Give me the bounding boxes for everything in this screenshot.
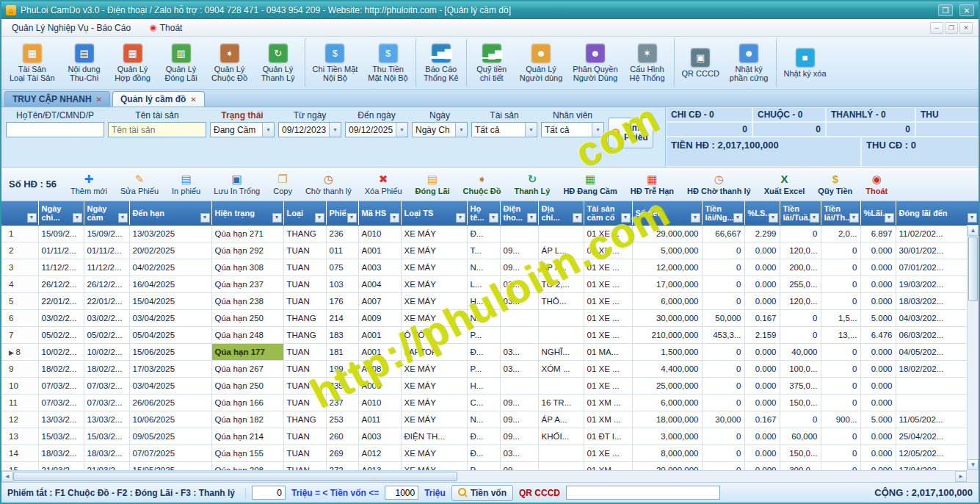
edit-ticket-button[interactable]: Sửa Phiếu [114,171,165,197]
cell-phieu[interactable]: 199 [326,360,358,377]
cell-loai[interactable]: TUAN [283,428,326,444]
cell-tien-lai-tuan[interactable]: 100,0... [780,360,821,377]
cell-hien-trang[interactable]: Qúa hạn 267 [211,360,283,377]
menu-business-reports[interactable]: Quản Lý Nghiệp Vụ - Báo Cáo [7,21,135,35]
cell-tien-lai-tuan[interactable]: 150,0... [780,394,821,411]
cell-pct-ls[interactable]: 2.299 [744,225,780,242]
cell-hien-trang[interactable]: Qúa hạn 308 [211,259,283,276]
cell-row-number[interactable]: 3 [1,259,38,276]
cell-dien-thoai[interactable]: 09... [500,394,538,411]
cell-dien-thoai[interactable]: 09... [500,242,538,259]
cell-pct-lai[interactable]: 6.476 [860,326,896,343]
cell-dien-thoai[interactable]: 09... [500,259,538,276]
cell-phieu[interactable]: 214 [326,309,358,326]
calendar-dropdown-icon[interactable]: ▼ [396,123,407,137]
cell-tai-san[interactable]: 01 XE ... [584,225,632,242]
calendar-dropdown-icon[interactable]: ▼ [329,123,341,137]
cell-hien-trang[interactable]: Qúa hạn 237 [211,276,283,292]
cell-so-tien[interactable]: 29,000,000 [632,225,702,242]
cell-tien-lai-ngay[interactable]: 0 [702,292,744,309]
cell-tien-lai-thang[interactable]: 0 [821,428,860,444]
cell-ma-hs[interactable]: A001 [358,326,401,343]
column-header[interactable]: Tài sản cầm cố ▼ [584,201,632,225]
column-header[interactable]: Điện tho... ▼ [500,201,538,225]
cell-ngay-chi[interactable]: 05/02/2... [38,326,84,343]
cell-loai-ts[interactable]: LAPTOP [401,343,467,360]
cell-row-number[interactable]: 13 [1,428,38,444]
liquidate-button[interactable]: Thanh Lý [508,171,557,197]
cell-pct-ls[interactable]: 0.167 [744,309,780,326]
horizontal-scrollbar[interactable]: ◄ ► [1,470,967,482]
filter-funnel-icon[interactable]: ▼ [527,213,537,223]
cell-ma-hs[interactable]: A011 [358,411,401,428]
cell-loai[interactable]: TUAN [283,242,326,259]
cell-dien-thoai[interactable]: 03... [500,276,538,292]
cell-row-number[interactable]: 1 [1,225,38,242]
cell-pct-lai[interactable]: 5.000 [860,411,896,428]
cell-tai-san[interactable]: 01 XE ... [584,360,632,377]
cell-tien-lai-thang[interactable]: 0 [821,343,860,360]
menu-exit[interactable]: ◉ Thoát [145,21,186,35]
filter-funnel-icon[interactable]: ▼ [27,213,37,223]
cell-loai-ts[interactable]: XE MÁY [401,394,467,411]
cell-hien-trang[interactable]: Qúa hạn 238 [211,292,283,309]
cell-dien-thoai[interactable]: 03... [500,343,538,360]
cell-ma-hs[interactable]: A004 [358,276,401,292]
cell-dia-chi[interactable] [538,309,584,326]
cell-loai-ts[interactable]: XE MÁY [401,276,467,292]
filter-funnel-icon[interactable]: ▼ [73,213,82,223]
cell-pct-lai[interactable]: 6.897 [860,225,896,242]
cell-dien-thoai[interactable]: 03... [500,292,538,309]
cell-hien-trang[interactable]: Qúa hạn 271 [211,225,283,242]
column-header[interactable]: Đóng lãi đến ▼ [896,201,979,225]
cell-tien-lai-thang[interactable]: 13,... [821,326,860,343]
report-stats-button[interactable]: Báo Cáo Thống Kê [415,38,464,87]
delete-log-button[interactable]: Nhật ký xóa [776,38,832,87]
cell-den-han[interactable]: 16/04/2025 [129,276,211,292]
cell-loai-ts[interactable]: XE MÁY [401,242,467,259]
qr-cccd-button[interactable]: QR CCCD [674,38,725,87]
capital-min-input[interactable] [252,486,286,500]
cell-loai-ts[interactable]: XE MÁY [401,225,467,242]
table-row[interactable]: 12 13/03/2... 13/03/2... 10/06/2025 Qúa … [1,411,979,428]
cell-loai[interactable]: TUAN [283,377,326,394]
redeem-item-button[interactable]: Chuộc Đồ [457,171,508,197]
cell-tien-lai-tuan[interactable]: 0 [780,309,821,326]
cell-pct-ls[interactable]: 0.000 [744,377,780,394]
cell-tien-lai-thang[interactable]: 0 [821,259,860,276]
save-blank-print-button[interactable]: Lưu In Trống [207,171,266,197]
table-row[interactable]: 11 07/03/2... 07/03/2... 26/06/2025 Qúa … [1,394,979,411]
filter-funnel-icon[interactable]: ▼ [621,213,631,223]
cell-tai-san[interactable]: 01 XM ... [584,394,632,411]
cell-tien-lai-tuan[interactable]: 60,000 [780,428,821,444]
cell-tien-lai-thang[interactable]: 0 [821,394,860,411]
cell-ma-hs[interactable]: A001 [358,343,401,360]
cell-dia-chi[interactable] [538,326,584,343]
cell-tien-lai-thang[interactable]: 900... [821,411,860,428]
cell-tai-san[interactable]: 01 XE ... [584,444,632,461]
cell-ngay-cam[interactable]: 01/11/2... [84,242,129,259]
cell-loai-ts[interactable]: ĐIỆN TH... [401,428,467,444]
table-row[interactable]: 3 11/12/2... 11/12/2... 04/02/2025 Qúa h… [1,259,979,276]
cell-row-number[interactable]: 11 [1,394,38,411]
filter-funnel-icon[interactable]: ▼ [691,213,700,223]
to-date-picker[interactable]: 09/12/2025 ▼ [345,122,408,137]
cell-tien-lai-ngay[interactable]: 0 [702,343,744,360]
cell-phieu[interactable]: 183 [326,326,358,343]
cell-den-han[interactable]: 20/02/2025 [129,242,211,259]
table-row[interactable]: 9 18/02/2... 18/02/2... 17/03/2025 Qúa h… [1,360,979,377]
cell-hien-trang[interactable]: Qúa hạn 182 [211,411,283,428]
cell-den-han[interactable]: 15/06/2025 [129,343,211,360]
cell-so-tien[interactable]: 4,400,000 [632,360,702,377]
interest-manage-button[interactable]: Quản Lý Đóng Lãi [157,38,206,87]
column-header[interactable]: Tiền lãi/Th... ▼ [821,201,860,225]
asset-type-select[interactable]: Tất cả ▼ [471,122,537,137]
cell-pct-ls[interactable]: 2.159 [744,326,780,343]
cell-ho-ten[interactable]: T... [467,242,500,259]
fund-detail-button[interactable]: Quỹ tiền chi tiết [466,38,515,87]
cash-fund-button[interactable]: Qũy Tiền [811,171,859,197]
cell-pct-ls[interactable]: 0.000 [744,276,780,292]
cell-ho-ten[interactable]: Đ... [467,225,500,242]
cell-tien-lai-ngay[interactable]: 66,667 [702,225,744,242]
column-header[interactable]: Họ tê... ▼ [467,201,500,225]
